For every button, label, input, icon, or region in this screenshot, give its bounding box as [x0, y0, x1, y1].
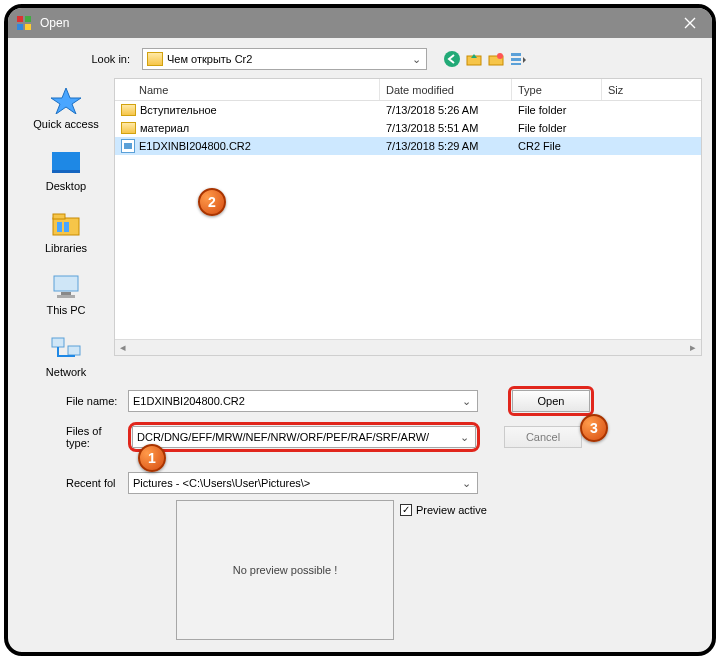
col-type[interactable]: Type: [512, 79, 602, 100]
window-title: Open: [40, 16, 668, 30]
file-name: Вступительное: [140, 104, 217, 116]
file-icon: [121, 139, 135, 153]
place-label: This PC: [46, 304, 85, 316]
table-row[interactable]: Вступительное 7/13/2018 5:26 AM File fol…: [115, 101, 701, 119]
col-name[interactable]: Name: [115, 79, 380, 100]
place-label: Desktop: [46, 180, 86, 192]
view-menu-icon[interactable]: [509, 50, 527, 68]
preview-active-checkbox[interactable]: ✓ Preview active: [400, 504, 702, 516]
svg-rect-8: [511, 53, 521, 56]
col-date[interactable]: Date modified: [380, 79, 512, 100]
filename-row: File name: E1DXINBI204800.CR2 ⌄ Open: [18, 386, 702, 416]
recent-value: Pictures - <C:\Users\User\Pictures\>: [133, 477, 459, 489]
place-quick-access[interactable]: Quick access: [26, 86, 106, 130]
checkbox-icon: ✓: [400, 504, 412, 516]
callout-badge-3: 3: [580, 414, 608, 442]
recent-combo[interactable]: Pictures - <C:\Users\User\Pictures\> ⌄: [128, 472, 478, 494]
svg-rect-3: [25, 24, 31, 30]
file-list-rows: Вступительное 7/13/2018 5:26 AM File fol…: [115, 101, 701, 339]
new-folder-icon[interactable]: [487, 50, 505, 68]
open-button[interactable]: Open: [512, 390, 590, 412]
place-this-pc[interactable]: This PC: [26, 272, 106, 316]
file-type: CR2 File: [512, 140, 602, 152]
network-icon: [49, 334, 83, 362]
place-libraries[interactable]: Libraries: [26, 210, 106, 254]
recent-row: Recent fol Pictures - <C:\Users\User\Pic…: [18, 472, 702, 494]
app-icon: [16, 15, 32, 31]
file-date: 7/13/2018 5:29 AM: [380, 140, 512, 152]
chevron-down-icon: ⌄: [459, 395, 473, 408]
lookin-label: Look in:: [18, 53, 136, 65]
file-list: Name Date modified Type Siz Вступительно…: [114, 78, 702, 356]
file-name: E1DXINBI204800.CR2: [139, 140, 251, 152]
recent-label: Recent fol: [18, 477, 128, 489]
svg-rect-0: [17, 16, 23, 22]
callout-badge-1: 1: [138, 444, 166, 472]
star-icon: [49, 86, 83, 114]
svg-rect-11: [52, 152, 80, 170]
filetype-combo[interactable]: DCR/DNG/EFF/MRW/NEF/NRW/ORF/PEF/RAF/SRF/…: [132, 426, 476, 448]
place-desktop[interactable]: Desktop: [26, 148, 106, 192]
svg-rect-15: [57, 222, 62, 232]
place-label: Quick access: [33, 118, 98, 130]
preview-active-label: Preview active: [416, 504, 487, 516]
file-date: 7/13/2018 5:51 AM: [380, 122, 512, 134]
file-type: File folder: [512, 104, 602, 116]
highlight-ring-open: Open: [508, 386, 594, 416]
svg-rect-1: [25, 16, 31, 22]
folder-icon: [121, 104, 136, 116]
callout-badge-2: 2: [198, 188, 226, 216]
svg-rect-14: [53, 214, 65, 219]
file-name: материал: [140, 122, 189, 134]
svg-rect-17: [54, 276, 78, 291]
col-size[interactable]: Siz: [602, 79, 701, 100]
filetype-value: DCR/DNG/EFF/MRW/NEF/NRW/ORF/PEF/RAF/SRF/…: [137, 431, 457, 443]
horiz-scrollbar[interactable]: ◂ ▸: [115, 339, 701, 355]
close-button[interactable]: [668, 8, 712, 38]
table-row[interactable]: материал 7/13/2018 5:51 AM File folder: [115, 119, 701, 137]
cancel-button[interactable]: Cancel: [504, 426, 582, 448]
place-network[interactable]: Network: [26, 334, 106, 378]
svg-rect-21: [68, 346, 80, 355]
pc-icon: [49, 272, 83, 300]
file-date: 7/13/2018 5:26 AM: [380, 104, 512, 116]
chevron-down-icon: ⌄: [459, 477, 473, 490]
folder-icon: [121, 122, 136, 134]
scroll-left-icon[interactable]: ◂: [115, 340, 131, 356]
svg-rect-10: [511, 63, 521, 65]
chevron-down-icon: ⌄: [408, 53, 424, 66]
svg-rect-19: [57, 295, 75, 298]
svg-rect-16: [64, 222, 69, 232]
filename-input[interactable]: E1DXINBI204800.CR2 ⌄: [128, 390, 478, 412]
svg-point-7: [497, 53, 503, 59]
desktop-icon: [49, 148, 83, 176]
file-type: File folder: [512, 122, 602, 134]
svg-rect-12: [52, 170, 80, 173]
svg-rect-2: [17, 24, 23, 30]
place-label: Network: [46, 366, 86, 378]
lookin-combo[interactable]: Чем открыть Cr2 ⌄: [142, 48, 427, 70]
scroll-right-icon[interactable]: ▸: [685, 340, 701, 356]
folder-icon: [147, 52, 163, 66]
svg-rect-18: [61, 292, 71, 295]
chevron-down-icon: ⌄: [457, 431, 471, 444]
table-row-selected[interactable]: E1DXINBI204800.CR2 7/13/2018 5:29 AM CR2…: [115, 137, 701, 155]
lookin-row: Look in: Чем открыть Cr2 ⌄: [8, 38, 712, 78]
filename-value: E1DXINBI204800.CR2: [133, 395, 459, 407]
svg-point-4: [444, 51, 460, 67]
dialog-window: Open Look in: Чем открыть Cr2 ⌄ Quick ac…: [4, 4, 716, 656]
lookin-value: Чем открыть Cr2: [167, 53, 408, 65]
filetype-label: Files of type:: [18, 425, 128, 449]
nav-icons: [443, 50, 527, 68]
place-label: Libraries: [45, 242, 87, 254]
svg-rect-9: [511, 58, 521, 61]
libraries-icon: [49, 210, 83, 238]
file-list-header: Name Date modified Type Siz: [115, 79, 701, 101]
back-icon[interactable]: [443, 50, 461, 68]
up-folder-icon[interactable]: [465, 50, 483, 68]
highlight-ring-filetype: DCR/DNG/EFF/MRW/NEF/NRW/ORF/PEF/RAF/SRF/…: [128, 422, 480, 452]
places-bar: Quick access Desktop Libraries This PC N…: [18, 78, 114, 378]
filename-label: File name:: [18, 395, 128, 407]
svg-rect-20: [52, 338, 64, 347]
titlebar: Open: [8, 8, 712, 38]
